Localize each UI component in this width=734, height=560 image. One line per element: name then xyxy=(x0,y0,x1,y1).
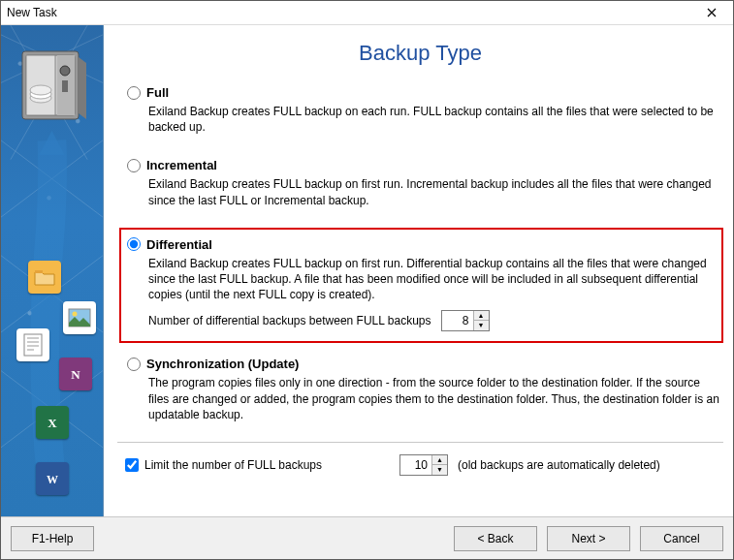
option-sync: Synchronization (Update) The program cop… xyxy=(123,353,723,426)
sidebar-app-icons: N X W xyxy=(1,255,103,516)
option-incremental-desc: Exiland Backup creates FULL backup on fi… xyxy=(148,176,719,207)
differential-count-input[interactable] xyxy=(442,311,473,330)
svg-point-18 xyxy=(60,66,70,76)
photo-icon xyxy=(63,301,96,334)
spinner-down-icon[interactable]: ▼ xyxy=(432,465,447,475)
radio-incremental[interactable] xyxy=(127,159,141,172)
cancel-button[interactable]: Cancel xyxy=(640,526,723,551)
option-sync-label: Synchronization (Update) xyxy=(146,357,299,371)
svg-text:W: W xyxy=(47,473,58,486)
radio-differential[interactable] xyxy=(127,237,141,251)
page-title: Backup Type xyxy=(117,41,723,66)
limit-full-checkbox[interactable] xyxy=(125,458,139,472)
option-differential-desc: Exiland Backup creates FULL backup on fi… xyxy=(148,256,716,303)
spinner-up-icon[interactable]: ▲ xyxy=(432,455,447,465)
svg-point-25 xyxy=(73,312,78,317)
close-icon xyxy=(707,8,717,17)
option-differential: Differential Exiland Backup creates FULL… xyxy=(119,228,723,344)
limit-full-suffix: (old backups are automatically deleted) xyxy=(458,458,660,472)
option-full-desc: Exiland Backup creates FULL backup on ea… xyxy=(148,104,719,135)
limit-full-spinner[interactable]: ▲ ▼ xyxy=(399,454,448,476)
safe-icon xyxy=(20,49,88,125)
folder-icon xyxy=(28,261,61,294)
limit-full-checkbox-label[interactable]: Limit the number of FULL backups xyxy=(125,458,322,472)
help-button[interactable]: F1-Help xyxy=(11,526,94,551)
svg-text:X: X xyxy=(48,416,57,430)
option-incremental-head[interactable]: Incremental xyxy=(127,158,719,172)
option-differential-head[interactable]: Differential xyxy=(127,237,716,252)
option-incremental-label: Incremental xyxy=(146,158,217,172)
document-icon xyxy=(16,328,49,361)
option-sync-head[interactable]: Synchronization (Update) xyxy=(127,357,719,371)
excel-icon: X xyxy=(36,406,69,439)
option-full-head[interactable]: Full xyxy=(127,85,719,100)
differential-count-row: Number of differential backups between F… xyxy=(148,310,716,331)
backup-type-options: Full Exiland Backup creates FULL backup … xyxy=(117,78,723,516)
titlebar: New Task xyxy=(1,1,733,25)
svg-rect-26 xyxy=(24,334,42,356)
option-differential-label: Differential xyxy=(146,237,212,252)
window-title: New Task xyxy=(7,6,692,19)
radio-full[interactable] xyxy=(127,86,141,100)
option-full: Full Exiland Backup creates FULL backup … xyxy=(123,81,723,139)
limit-full-input[interactable] xyxy=(400,455,431,475)
svg-rect-19 xyxy=(62,80,68,92)
sidebar-illustration: N X W xyxy=(1,25,104,516)
spinner-up-icon[interactable]: ▲ xyxy=(474,311,489,321)
svg-text:N: N xyxy=(71,367,80,382)
main-panel: Backup Type Full Exiland Backup creates … xyxy=(104,25,733,516)
footer: F1-Help < Back Next > Cancel xyxy=(1,516,733,559)
svg-point-22 xyxy=(30,85,51,95)
next-button[interactable]: Next > xyxy=(547,526,630,551)
svg-rect-23 xyxy=(35,270,43,273)
differential-count-spinner[interactable]: ▲ ▼ xyxy=(441,310,490,331)
radio-sync[interactable] xyxy=(127,358,141,371)
dialog-body: N X W Backup Type Full Exiland Backu xyxy=(1,25,733,516)
differential-count-label: Number of differential backups between F… xyxy=(148,314,431,327)
spinner-down-icon[interactable]: ▼ xyxy=(474,321,489,330)
onenote-icon: N xyxy=(59,358,92,390)
option-sync-desc: The program copies files only in one dir… xyxy=(148,375,719,422)
option-full-label: Full xyxy=(146,85,169,100)
close-button[interactable] xyxy=(692,2,731,23)
divider xyxy=(117,442,723,443)
dialog-window: New Task xyxy=(0,0,734,560)
limit-full-row: Limit the number of FULL backups ▲ ▼ (ol… xyxy=(117,451,723,487)
word-icon: W xyxy=(36,462,69,495)
back-button[interactable]: < Back xyxy=(454,526,537,551)
limit-full-text: Limit the number of FULL backups xyxy=(144,458,322,472)
option-incremental: Incremental Exiland Backup creates FULL … xyxy=(123,154,723,211)
